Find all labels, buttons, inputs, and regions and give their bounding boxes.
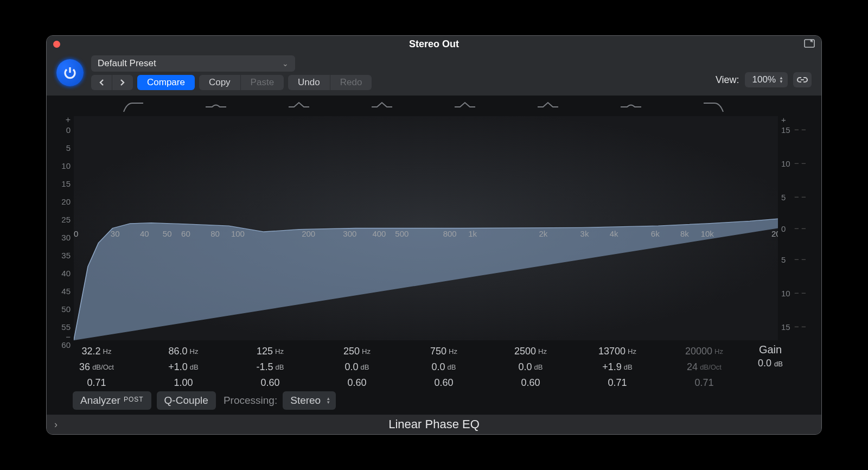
y-tick-left: 20 bbox=[61, 196, 71, 206]
y-tick-right: 15 bbox=[781, 322, 790, 332]
x-tick: 3k bbox=[580, 229, 589, 238]
band-freq[interactable]: 750Hz bbox=[400, 344, 487, 359]
band-freq[interactable]: 250Hz bbox=[314, 344, 400, 359]
paste-button[interactable]: Paste bbox=[241, 75, 284, 90]
svg-rect-0 bbox=[805, 40, 814, 47]
power-button[interactable] bbox=[56, 59, 84, 86]
band-type-icon[interactable] bbox=[340, 98, 423, 116]
band-gain[interactable]: 0.0dB bbox=[314, 359, 400, 375]
expand-chevron-icon[interactable]: › bbox=[54, 419, 58, 430]
bottom-controls: Analyzer POST Q-Couple Processing: Stere… bbox=[53, 391, 815, 415]
x-tick: 6k bbox=[651, 229, 660, 238]
x-tick: 40 bbox=[140, 229, 149, 238]
band-freq[interactable]: 125Hz bbox=[227, 344, 314, 359]
band-type-icon[interactable] bbox=[672, 98, 755, 116]
band-freq[interactable]: 13700Hz bbox=[574, 344, 661, 359]
band-q[interactable]: 1.00 bbox=[140, 375, 227, 391]
stepper-icon: ▲▼ bbox=[326, 397, 330, 404]
band-table: 32.2Hz36dB/Oct0.7186.0Hz+1.0dB1.00125Hz-… bbox=[53, 344, 815, 391]
qcouple-button[interactable]: Q-Couple bbox=[157, 391, 216, 410]
y-tick-right: 5 bbox=[781, 255, 786, 264]
analyzer-label: Analyzer bbox=[80, 395, 120, 407]
stepper-icon: ▲▼ bbox=[779, 76, 783, 84]
footer: › Linear Phase EQ bbox=[47, 415, 821, 434]
next-button[interactable] bbox=[112, 75, 133, 90]
band-freq[interactable]: 2500Hz bbox=[487, 344, 574, 359]
processing-value: Stereo bbox=[290, 395, 321, 407]
tick-dash: − − bbox=[794, 322, 806, 331]
plugin-name: Linear Phase EQ bbox=[388, 417, 480, 431]
y-tick-left: 40 bbox=[61, 269, 71, 278]
band-type-icon[interactable] bbox=[174, 98, 257, 116]
band-q[interactable]: 0.60 bbox=[227, 375, 314, 391]
close-button[interactable] bbox=[53, 41, 60, 48]
processing-label: Processing: bbox=[224, 395, 277, 407]
x-tick: 200 bbox=[302, 229, 315, 238]
y-tick-right: 10 bbox=[781, 289, 790, 298]
band-q[interactable]: 0.60 bbox=[400, 375, 487, 391]
band-type-icon[interactable] bbox=[257, 98, 340, 116]
plugin-window: Stereo Out Default Preset ⌄ Compare Copy bbox=[46, 35, 822, 435]
band-gain[interactable]: -1.5dB bbox=[227, 359, 314, 375]
expand-button[interactable] bbox=[804, 39, 815, 48]
x-tick: 20k bbox=[771, 229, 778, 238]
band-q[interactable]: 0.60 bbox=[314, 375, 400, 391]
eq-graph[interactable]: 2030405060801002003004005008001k2k3k4k6k… bbox=[74, 116, 778, 340]
tick-dash: − − bbox=[794, 125, 806, 134]
band-q[interactable]: 0.60 bbox=[487, 375, 574, 391]
y-tick-left: 0 bbox=[66, 125, 71, 134]
band-q[interactable]: 0.71 bbox=[53, 375, 140, 391]
plus-icon: + bbox=[781, 115, 786, 124]
y-tick-left: 25 bbox=[61, 214, 71, 224]
band-gain[interactable]: +1.0dB bbox=[140, 359, 227, 375]
tick-dash: − − bbox=[794, 224, 806, 233]
band-type-icon[interactable] bbox=[506, 98, 589, 116]
x-axis: 2030405060801002003004005008001k2k3k4k6k… bbox=[74, 227, 778, 240]
processing-selector[interactable]: Stereo ▲▼ bbox=[283, 391, 336, 410]
x-tick: 100 bbox=[231, 229, 245, 238]
qcouple-label: Q-Couple bbox=[164, 395, 208, 407]
copy-button[interactable]: Copy bbox=[199, 75, 240, 90]
y-axis-left: + − 051015202530354045505560 bbox=[53, 116, 74, 340]
band-q[interactable]: 0.71 bbox=[574, 375, 661, 391]
undo-button[interactable]: Undo bbox=[288, 75, 330, 90]
band-gain[interactable]: 0.0dB bbox=[487, 359, 574, 375]
band-freq[interactable]: 86.0Hz bbox=[140, 344, 227, 359]
x-tick: 80 bbox=[210, 229, 220, 238]
compare-button[interactable]: Compare bbox=[137, 75, 195, 90]
band-gain[interactable]: 36dB/Oct bbox=[53, 359, 140, 375]
tick-dash: − − bbox=[794, 255, 806, 264]
band-type-icon[interactable] bbox=[423, 98, 506, 116]
zoom-selector[interactable]: 100% ▲▼ bbox=[745, 72, 788, 87]
band-gain[interactable]: +1.9dB bbox=[574, 359, 661, 375]
x-tick: 50 bbox=[163, 229, 172, 238]
gain-value[interactable]: 0.0 dB bbox=[748, 358, 793, 369]
y-tick-left: 35 bbox=[61, 251, 71, 260]
link-button[interactable] bbox=[793, 72, 812, 87]
master-gain-column: Gain0.0 dB bbox=[748, 344, 793, 391]
band-column: 750Hz0.0dB0.60 bbox=[400, 344, 487, 391]
x-tick: 30 bbox=[111, 229, 120, 238]
preset-label: Default Preset bbox=[98, 58, 156, 69]
window-title: Stereo Out bbox=[409, 39, 459, 50]
band-gain[interactable]: 24dB/Oct bbox=[661, 359, 748, 375]
prev-button[interactable] bbox=[91, 75, 112, 90]
band-type-icon[interactable] bbox=[91, 98, 174, 116]
band-freq[interactable]: 20000Hz bbox=[661, 344, 748, 359]
y-tick-left: 10 bbox=[61, 161, 71, 170]
x-tick: 4k bbox=[610, 229, 618, 238]
band-q[interactable]: 0.71 bbox=[661, 375, 748, 391]
analyzer-button[interactable]: Analyzer POST bbox=[73, 391, 151, 410]
y-tick-right: 10 bbox=[781, 158, 790, 168]
y-tick-right: 5 bbox=[781, 192, 786, 201]
band-column: 86.0Hz+1.0dB1.00 bbox=[140, 344, 227, 391]
band-gain[interactable]: 0.0dB bbox=[400, 359, 487, 375]
y-tick-left: 60 bbox=[61, 340, 71, 350]
y-tick-right: 15 bbox=[781, 125, 790, 134]
redo-button[interactable]: Redo bbox=[330, 75, 372, 90]
band-type-icon[interactable] bbox=[589, 98, 672, 116]
x-tick: 300 bbox=[343, 229, 356, 238]
tick-dash: − − bbox=[794, 192, 806, 201]
view-label: View: bbox=[716, 74, 739, 86]
preset-selector[interactable]: Default Preset ⌄ bbox=[91, 55, 295, 72]
